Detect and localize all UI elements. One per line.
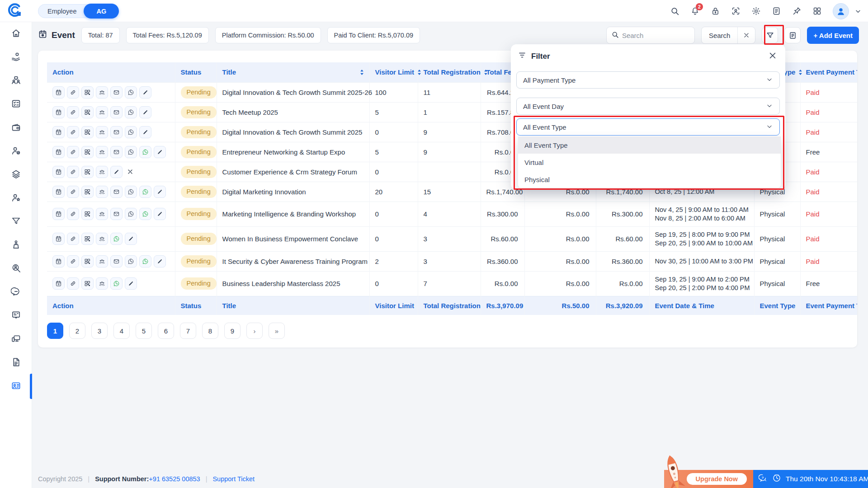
mail-icon[interactable]	[110, 146, 123, 158]
sidebar-item-id-card[interactable]	[0, 375, 32, 398]
whatsapp-dark-icon[interactable]	[125, 186, 137, 198]
users-icon[interactable]	[96, 146, 108, 158]
qr-icon[interactable]	[81, 277, 94, 290]
calendar-icon[interactable]	[52, 126, 65, 138]
calendar-icon[interactable]	[52, 208, 65, 220]
sidebar-item-board[interactable]	[0, 304, 32, 328]
toggle-employee[interactable]: Employee	[47, 8, 84, 15]
page-button-9[interactable]: 9	[224, 323, 241, 339]
chat-question-icon[interactable]: ?	[759, 474, 768, 484]
sidebar-item-tasks[interactable]	[0, 93, 32, 116]
settings-icon[interactable]	[751, 6, 761, 16]
page-button-7[interactable]: 7	[180, 323, 196, 339]
avatar[interactable]	[833, 3, 849, 19]
link-icon[interactable]	[67, 146, 79, 158]
calendar-icon[interactable]	[52, 255, 65, 267]
whatsapp-green-icon[interactable]	[139, 255, 151, 267]
users-icon[interactable]	[96, 186, 108, 198]
close-icon[interactable]	[125, 166, 136, 177]
apps-icon[interactable]	[812, 6, 822, 16]
whatsapp-dark-icon[interactable]	[125, 126, 137, 138]
filter-select-all-event-day[interactable]: All Event Day	[516, 98, 780, 115]
calendar-icon[interactable]	[52, 277, 65, 290]
whatsapp-green-icon[interactable]	[139, 186, 151, 198]
filter-close-icon[interactable]	[768, 51, 777, 60]
users-icon[interactable]	[96, 106, 108, 118]
users-icon[interactable]	[96, 233, 108, 245]
users-icon[interactable]	[96, 208, 108, 220]
mail-icon[interactable]	[110, 255, 123, 267]
mail-icon[interactable]	[110, 126, 123, 138]
edit-icon[interactable]	[139, 106, 151, 118]
qr-icon[interactable]	[81, 166, 94, 178]
qr-icon[interactable]	[81, 146, 94, 158]
qr-icon[interactable]	[81, 208, 94, 220]
sidebar-item-document[interactable]	[0, 351, 32, 375]
sort-icon[interactable]	[360, 69, 364, 75]
page-button-8[interactable]: 8	[202, 323, 218, 339]
calendar-icon[interactable]	[52, 186, 65, 198]
search-box[interactable]	[606, 27, 695, 44]
filter-select-all-payment-type[interactable]: All Payment Type	[516, 71, 780, 89]
qr-icon[interactable]	[81, 86, 94, 99]
edit-icon[interactable]	[110, 166, 123, 178]
support-number-link[interactable]: +91 63525 00853	[149, 475, 200, 483]
edit-icon[interactable]	[125, 233, 137, 245]
sidebar-item-user-star[interactable]	[0, 187, 32, 210]
page-button-1[interactable]: 1	[47, 323, 63, 339]
sidebar-item-filter[interactable]	[0, 210, 32, 234]
edit-icon[interactable]	[154, 208, 166, 220]
page-button-3[interactable]: 3	[91, 323, 108, 339]
whatsapp-green-icon[interactable]	[110, 277, 123, 290]
link-icon[interactable]	[67, 277, 79, 290]
search-button[interactable]: Search	[702, 27, 738, 43]
whatsapp-dark-icon[interactable]	[125, 146, 137, 158]
notes-button[interactable]	[784, 27, 801, 43]
link-icon[interactable]	[67, 255, 79, 267]
whatsapp-dark-icon[interactable]	[125, 208, 137, 220]
add-event-button[interactable]: + Add Event	[807, 27, 859, 44]
qr-icon[interactable]	[81, 106, 94, 118]
col-header-visitor-limit[interactable]: Visitor Limit	[369, 62, 418, 82]
qr-icon[interactable]	[81, 186, 94, 198]
calendar-icon[interactable]	[52, 146, 65, 158]
edit-icon[interactable]	[125, 277, 137, 290]
link-icon[interactable]	[67, 233, 79, 245]
upgrade-now-button[interactable]: Upgrade Now	[687, 473, 747, 485]
edit-icon[interactable]	[139, 86, 151, 99]
toggle-ag[interactable]: AG	[84, 4, 119, 19]
users-icon[interactable]	[96, 277, 108, 290]
sidebar-item-meeting[interactable]	[0, 69, 32, 93]
role-toggle[interactable]: Employee AG	[38, 4, 119, 18]
sidebar-item-chat[interactable]	[0, 281, 32, 304]
edit-icon[interactable]	[139, 126, 151, 138]
whatsapp-dark-icon[interactable]	[125, 86, 137, 99]
mail-icon[interactable]	[110, 106, 123, 118]
sidebar-item-user-check[interactable]	[0, 140, 32, 163]
sidebar-item-home[interactable]	[0, 22, 32, 46]
edit-icon[interactable]	[154, 255, 166, 267]
link-icon[interactable]	[67, 208, 79, 220]
sidebar-item-speaker[interactable]	[0, 234, 32, 257]
qr-icon[interactable]	[81, 233, 94, 245]
page-button-4[interactable]: 4	[113, 323, 130, 339]
sidebar-item-user-search[interactable]	[0, 257, 32, 281]
support-ticket-link[interactable]: Support Ticket	[212, 475, 255, 483]
link-icon[interactable]	[67, 86, 79, 99]
chevron-down-icon[interactable]	[854, 8, 862, 15]
col-header-total-registration[interactable]: Total Registration	[418, 62, 481, 82]
edit-icon[interactable]	[154, 146, 166, 158]
users-icon[interactable]	[96, 86, 108, 99]
page-button-6[interactable]: 6	[158, 323, 174, 339]
sidebar-item-wallet[interactable]	[0, 116, 32, 140]
mail-icon[interactable]	[110, 208, 123, 220]
users-icon[interactable]	[96, 166, 108, 178]
search-input[interactable]	[622, 32, 681, 39]
calendar-icon[interactable]	[52, 86, 65, 99]
sidebar-item-devices[interactable]	[0, 328, 32, 351]
whatsapp-dark-icon[interactable]	[125, 106, 137, 118]
mail-icon[interactable]	[110, 86, 123, 99]
page-button-5[interactable]: 5	[136, 323, 152, 339]
calendar-icon[interactable]	[52, 166, 65, 178]
qr-icon[interactable]	[81, 255, 94, 267]
